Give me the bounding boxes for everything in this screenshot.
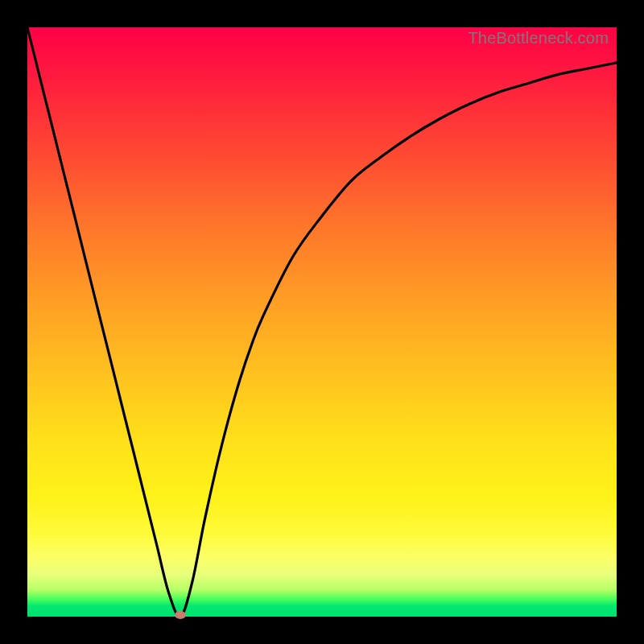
chart-frame: TheBottleneck.com: [0, 0, 644, 644]
minimum-marker: [175, 611, 186, 619]
plot-area: TheBottleneck.com: [27, 27, 617, 617]
curve-path: [27, 27, 617, 617]
bottleneck-curve: [27, 27, 617, 617]
